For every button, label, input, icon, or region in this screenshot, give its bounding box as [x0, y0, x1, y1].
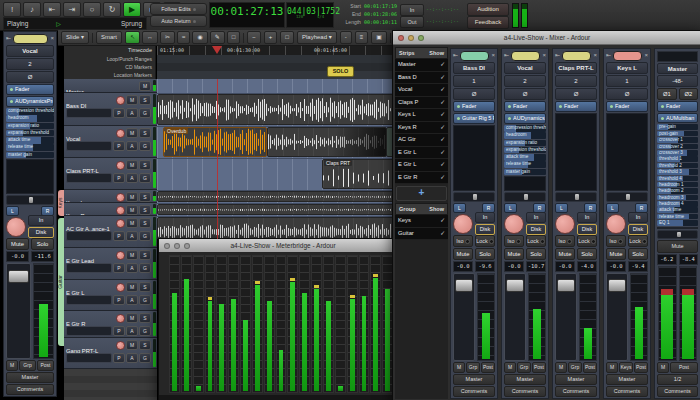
mouse-tool-button[interactable]: ↖ [125, 31, 140, 44]
meter-point-button[interactable]: M [453, 362, 465, 373]
fader-processor[interactable]: Fader [504, 101, 546, 112]
processor-box[interactable] [504, 176, 546, 191]
track-gain-fader[interactable] [66, 263, 112, 273]
track-m-button[interactable]: M [126, 95, 138, 105]
record-enable-button[interactable] [116, 219, 125, 228]
strip-phase-button[interactable]: Ø [504, 88, 546, 100]
track-header[interactable]: E Gtr LeadMSPAG [64, 248, 157, 280]
track-m-button[interactable]: M [126, 128, 138, 138]
fader-handle[interactable] [608, 279, 626, 292]
plugin-param[interactable]: expansion threshold [6, 130, 54, 137]
track-m-button[interactable]: M [126, 340, 138, 350]
strip-color-bar[interactable] [562, 51, 591, 61]
strip-close-icon[interactable]: × [491, 51, 495, 60]
plugin-param[interactable]: master gain [6, 152, 54, 159]
strip-close-icon[interactable]: × [542, 51, 546, 60]
plugin-processor[interactable]: AUDynamicsPro [504, 113, 546, 124]
master-phase2-button[interactable]: Ø2 [679, 88, 699, 100]
solo-button[interactable]: Solo [577, 248, 597, 260]
record-enable-button[interactable] [504, 214, 524, 234]
gain-display[interactable]: -0.0 [504, 261, 524, 272]
group-button[interactable]: Grp [466, 362, 480, 373]
strip-list-item[interactable]: Bass D✓ [395, 72, 448, 85]
edit-mode-dropdown[interactable]: Slide ▾ [61, 31, 89, 44]
strip-color-bar[interactable] [460, 51, 489, 61]
monitor-disk-button[interactable]: Disk [577, 224, 597, 235]
monitor-disk-button[interactable]: Disk [28, 227, 54, 238]
plugin-param[interactable]: release time [504, 161, 546, 168]
strip-list-item[interactable]: AC Gtr✓ [395, 134, 448, 147]
plugin-param[interactable]: headroom [504, 132, 546, 139]
peak-display[interactable]: -11.6 [31, 251, 54, 262]
track-m-button[interactable]: M [139, 81, 151, 91]
output-button[interactable]: Master [504, 374, 546, 385]
monitor-input-button[interactable]: In [526, 212, 546, 223]
track-list-button[interactable]: ≡ [355, 31, 369, 44]
plugin-param[interactable]: headroom 3 [657, 195, 698, 201]
solo-isolate-button[interactable]: Iso [453, 235, 473, 247]
peak-display[interactable]: -9.4 [628, 261, 648, 272]
strip-list-item[interactable]: E Gtr L✓ [395, 147, 448, 160]
pan-slider[interactable] [6, 195, 54, 205]
primary-clock[interactable]: 00:01:27:13 [209, 2, 285, 28]
pan-slider[interactable] [504, 192, 546, 202]
strip-name-button[interactable]: Bass DI [453, 62, 495, 74]
track-gain-fader[interactable] [66, 141, 112, 151]
solo-button[interactable]: Solo [31, 238, 54, 250]
strip-nav-icon[interactable]: ⇤ [453, 51, 458, 60]
gain-display[interactable]: -0.0 [555, 261, 575, 272]
monitor-disk-button[interactable]: Disk [475, 224, 495, 235]
processor-box[interactable] [657, 227, 698, 229]
plugin-param[interactable]: crossover 1 [657, 137, 698, 143]
plugin-param[interactable]: attack time [657, 207, 698, 213]
fader-processor[interactable]: Fader [606, 101, 648, 112]
group-button[interactable]: Grp [517, 362, 531, 373]
solo-lock-button[interactable]: Lock [475, 235, 495, 247]
mute-button[interactable]: Mute [504, 248, 524, 260]
strip-list-item[interactable]: Keys L✓ [395, 109, 448, 122]
zoom-focus-dropdown[interactable]: Playhead ▾ [297, 31, 337, 44]
track-a-button[interactable]: A [126, 173, 138, 183]
track-p-button[interactable]: P [113, 263, 125, 273]
peak-display[interactable]: -10.7 [526, 261, 546, 272]
record-enable-button[interactable] [6, 217, 26, 237]
strip-input-button[interactable]: 2 [6, 58, 54, 70]
plugin-param[interactable]: expansion ratio [6, 123, 54, 130]
track-gain-fader[interactable] [66, 295, 112, 305]
track-gain-fader[interactable] [66, 353, 112, 363]
meter-point-button[interactable]: M [657, 362, 669, 373]
processor-box[interactable] [453, 125, 495, 191]
processor-box[interactable] [555, 113, 597, 191]
track-m-button[interactable]: M [126, 313, 138, 323]
track-s-button[interactable]: S [139, 205, 151, 215]
strip-input-button[interactable]: 1 [606, 75, 648, 87]
solo-lock-button[interactable]: Lock [526, 235, 546, 247]
strip-phase-button[interactable]: Ø [453, 88, 495, 100]
record-enable-button[interactable] [606, 214, 626, 234]
mouse-tool-button[interactable]: ↔ [142, 31, 158, 44]
comments-button[interactable]: Comments [657, 386, 698, 397]
mute-button[interactable]: Mute [606, 248, 626, 260]
group-tab-guitar[interactable]: Guitar [58, 218, 64, 346]
plugin-param[interactable]: expansion threshold [504, 147, 546, 154]
gain-fader[interactable] [453, 273, 475, 361]
plugin-processor[interactable]: AUDynamicsPro [6, 96, 54, 107]
monitor-input-button[interactable]: In [475, 212, 495, 223]
fader-handle[interactable] [455, 279, 473, 292]
comments-button[interactable]: Comments [606, 386, 648, 397]
gain-fader[interactable] [606, 273, 628, 361]
plugin-param[interactable]: post-gain [657, 131, 698, 137]
record-enable-button[interactable] [116, 96, 125, 105]
plugin-param[interactable]: headroom [6, 115, 54, 122]
monitor-input-button[interactable]: In [577, 212, 597, 223]
strip-name-button[interactable]: Keys L [606, 62, 648, 74]
fader-processor[interactable]: Fader [6, 84, 54, 95]
track-g-button[interactable]: G [139, 353, 151, 363]
add-strip-button[interactable]: + [396, 186, 447, 201]
mouse-tool-button[interactable]: ✎ [210, 31, 225, 44]
save-view-button[interactable]: ▣ [371, 31, 387, 44]
strip-input-button[interactable]: 2 [555, 75, 597, 87]
output-button[interactable]: Master [555, 374, 597, 385]
pan-slider[interactable] [555, 192, 597, 202]
comments-button[interactable]: Comments [453, 386, 495, 397]
